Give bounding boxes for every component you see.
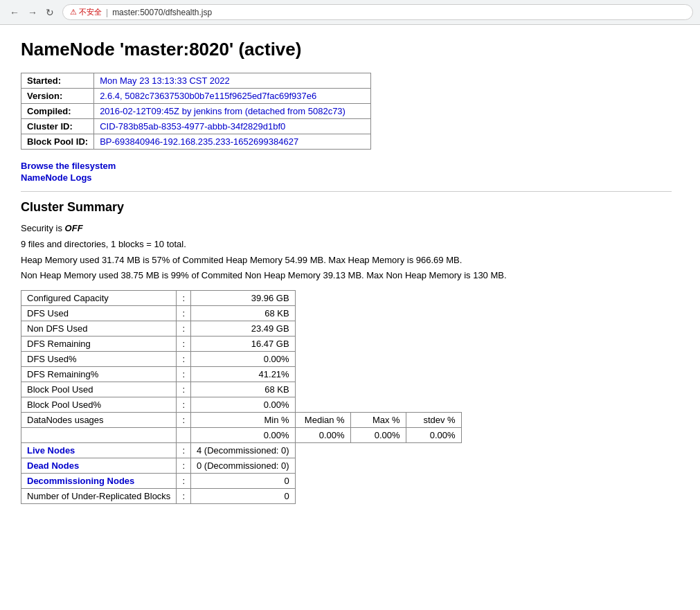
datanodes-empty-label (21, 428, 177, 443)
cluster-summary-heading: Cluster Summary (21, 200, 672, 215)
link-value: 0 (Decommissioned: 0) (191, 458, 296, 474)
info-value: 2.6.4, 5082c73637530b0b7e115f9625ed7fac6… (94, 89, 371, 104)
stats-label: DFS Used (21, 306, 177, 321)
stats-row: DFS Used : 68 KB (21, 306, 462, 321)
address-separator: | (106, 8, 108, 17)
stats-row: Configured Capacity : 39.96 GB (21, 291, 462, 306)
forward-button[interactable]: → (25, 6, 40, 19)
warning-icon: ⚠ (70, 8, 77, 17)
link-stats-row: Decommissioning Nodes : 0 (21, 474, 462, 489)
security-warning: ⚠ 不安全 (70, 7, 102, 17)
datanodes-label: DataNodes usages (21, 413, 177, 428)
info-table-row: Version: 2.6.4, 5082c73637530b0b7e115f96… (21, 89, 371, 104)
stats-label: Block Pool Used (21, 382, 177, 397)
stats-sep: : (177, 337, 191, 352)
info-value: CID-783b85ab-8353-4977-abbb-34f2829d1bf0 (94, 119, 371, 134)
link-stats-row: Number of Under-Replicated Blocks : 0 (21, 489, 462, 504)
stats-label: Configured Capacity (21, 291, 177, 306)
link-sep: : (177, 443, 191, 458)
stats-row: DFS Used% : 0.00% (21, 352, 462, 367)
stats-label: Block Pool Used% (21, 397, 177, 413)
address-bar[interactable]: ⚠ 不安全 | master:50070/dfshealth.jsp (62, 4, 693, 20)
link-value: 4 (Decommissioned: 0) (191, 443, 296, 458)
link-label[interactable]: Live Nodes (21, 443, 177, 458)
datanodes-sep: : (177, 413, 191, 428)
datanodes-stdev-value: 0.00% (406, 428, 461, 443)
stats-row: DFS Remaining : 16.47 GB (21, 337, 462, 352)
files-line: 9 files and directories, 1 blocks = 10 t… (21, 237, 672, 252)
address-url: master:50070/dfshealth.jsp (112, 8, 212, 17)
stats-value: 16.47 GB (191, 337, 296, 352)
datanodes-min-value: 0.00% (191, 428, 296, 443)
info-table-row: Cluster ID: CID-783b85ab-8353-4977-abbb-… (21, 119, 371, 134)
info-table-row: Started: Mon May 23 13:13:33 CST 2022 (21, 73, 371, 89)
info-table-row: Compiled: 2016-02-12T09:45Z by jenkins f… (21, 104, 371, 119)
datanodes-header-row: DataNodes usages : Min % Median % Max % … (21, 413, 462, 428)
link-label[interactable]: Dead Nodes (21, 458, 177, 474)
link-label[interactable]: Decommissioning Nodes (21, 474, 177, 489)
stats-value: 0.00% (191, 352, 296, 367)
datanodes-max-value: 0.00% (350, 428, 406, 443)
info-label: Version: (21, 89, 94, 104)
stats-value: 23.49 GB (191, 321, 296, 337)
reload-button[interactable]: ↻ (43, 6, 57, 19)
stats-sep: : (177, 367, 191, 382)
stats-value: 68 KB (191, 306, 296, 321)
page-link-item: NameNode Logs (21, 172, 672, 183)
stats-value: 41.21% (191, 367, 296, 382)
info-value: BP-693840946-192.168.235.233-16526993846… (94, 134, 371, 150)
security-text: 不安全 (79, 7, 102, 17)
nav-buttons[interactable]: ← → ↻ (7, 6, 57, 19)
browser-chrome: ← → ↻ ⚠ 不安全 | master:50070/dfshealth.jsp (0, 0, 700, 25)
node-link[interactable]: Live Nodes (27, 445, 75, 456)
info-table-row: Block Pool ID: BP-693840946-192.168.235.… (21, 134, 371, 150)
plain-value: 0 (191, 489, 296, 504)
datanodes-median-value: 0.00% (295, 428, 350, 443)
back-button[interactable]: ← (7, 6, 22, 19)
info-label: Started: (21, 73, 94, 89)
security-line: Security is OFF (21, 222, 672, 236)
stats-sep: : (177, 397, 191, 413)
datanodes-data-row: 0.00% 0.00% 0.00% 0.00% (21, 428, 462, 443)
node-link[interactable]: Decommissioning Nodes (27, 476, 134, 486)
page-links: Browse the filesystemNameNode Logs (21, 161, 672, 183)
stats-row: Block Pool Used : 68 KB (21, 382, 462, 397)
info-label: Cluster ID: (21, 119, 94, 134)
nonheap-line: Non Heap Memory used 38.75 MB is 99% of … (21, 269, 672, 283)
cluster-info: Security is OFF 9 files and directories,… (21, 222, 672, 283)
page-link[interactable]: NameNode Logs (21, 172, 92, 183)
datanodes-max-header: Max % (350, 413, 406, 428)
link-sep: : (177, 458, 191, 474)
stats-sep: : (177, 306, 191, 321)
stats-value: 68 KB (191, 382, 296, 397)
link-stats-row: Dead Nodes : 0 (Decommissioned: 0) (21, 458, 462, 474)
info-value: Mon May 23 13:13:33 CST 2022 (94, 73, 371, 89)
stats-label: DFS Remaining% (21, 367, 177, 382)
stats-row: Non DFS Used : 23.49 GB (21, 321, 462, 337)
info-value: 2016-02-12T09:45Z by jenkins from (detac… (94, 104, 371, 119)
off-text: OFF (65, 223, 83, 233)
node-link[interactable]: Dead Nodes (27, 460, 79, 471)
link-value: 0 (191, 474, 296, 489)
page-link[interactable]: Browse the filesystem (21, 161, 116, 171)
datanodes-median-header: Median % (295, 413, 350, 428)
plain-label: Number of Under-Replicated Blocks (21, 489, 177, 504)
stats-table: Configured Capacity : 39.96 GB DFS Used … (21, 290, 462, 504)
page-content: NameNode 'master:8020' (active) Started:… (0, 25, 692, 518)
datanodes-stdev-header: stdev % (406, 413, 461, 428)
datanodes-min-header: Min % (191, 413, 296, 428)
datanodes-empty-sep (177, 428, 191, 443)
stats-row: Block Pool Used% : 0.00% (21, 397, 462, 413)
info-label: Block Pool ID: (21, 134, 94, 150)
page-title: NameNode 'master:8020' (active) (21, 39, 672, 60)
stats-value: 39.96 GB (191, 291, 296, 306)
plain-sep: : (177, 489, 191, 504)
stats-label: DFS Remaining (21, 337, 177, 352)
stats-sep: : (177, 352, 191, 367)
stats-value: 0.00% (191, 397, 296, 413)
stats-sep: : (177, 382, 191, 397)
link-stats-row: Live Nodes : 4 (Decommissioned: 0) (21, 443, 462, 458)
page-link-item: Browse the filesystem (21, 161, 672, 171)
info-label: Compiled: (21, 104, 94, 119)
info-table: Started: Mon May 23 13:13:33 CST 2022 Ve… (21, 73, 371, 150)
